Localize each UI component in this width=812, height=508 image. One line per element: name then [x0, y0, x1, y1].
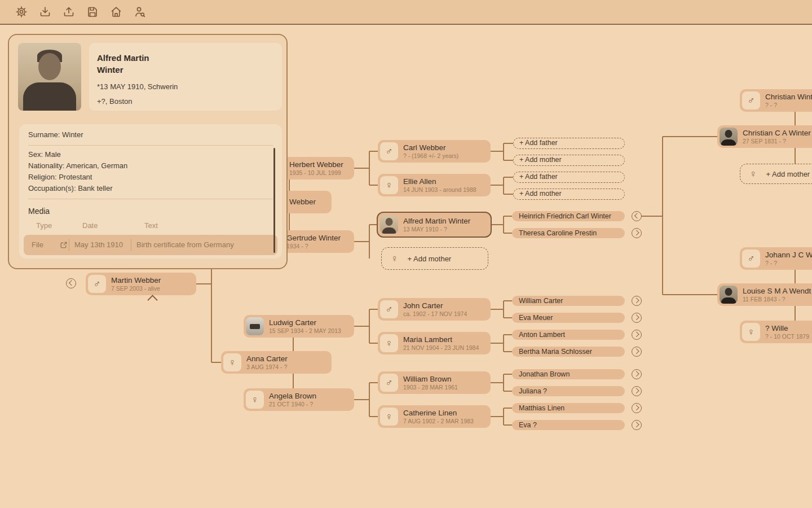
- expand-button[interactable]: [632, 347, 642, 357]
- person-node-johann-wendt[interactable]: ♂ Johann J C Wendt? - ?: [740, 247, 812, 270]
- person-node-wille[interactable]: ♀ ? Wille? - 10 OCT 1879: [740, 321, 812, 343]
- nationality-field: Nationality: American, German: [28, 161, 127, 170]
- ancestor-pill-juliana[interactable]: Juliana ?: [512, 386, 625, 396]
- divider: [28, 199, 273, 199]
- collapse-button[interactable]: [66, 278, 76, 288]
- collapse-button[interactable]: [632, 211, 642, 221]
- add-mother-button[interactable]: ♀ + Add mother: [381, 247, 488, 270]
- person-portrait[interactable]: [18, 43, 81, 111]
- expand-button[interactable]: [632, 386, 642, 396]
- occupation-field: Occupation(s): Bank teller: [28, 184, 113, 192]
- female-icon: ♀: [380, 334, 398, 352]
- media-type: File: [32, 235, 43, 255]
- person-node-maria-lambert[interactable]: ♀ Maria Lambert21 NOV 1904 - 23 JUN 1984: [378, 332, 491, 354]
- ancestor-pill-eva-meuer[interactable]: Eva Meuer: [512, 313, 625, 323]
- person-node-ludwig-carter[interactable]: Ludwig Carter15 SEP 1934 - 2 MAY 2013: [244, 315, 354, 338]
- male-icon: ♂: [742, 91, 760, 110]
- person-node-angela-brown[interactable]: ♀ Angela Brown21 OCT 1940 - ?: [244, 388, 354, 411]
- family-tree-canvas[interactable]: ♂ Martin Webber7 SEP 2003 - alive Webber…: [0, 0, 812, 508]
- female-icon: ♀: [380, 176, 398, 194]
- female-icon: ♀: [223, 353, 241, 371]
- add-mother-button[interactable]: ♀ + Add mother: [740, 164, 812, 184]
- ancestor-pill-matthias-linen[interactable]: Matthias Linen: [512, 403, 625, 413]
- person-photo: [720, 286, 738, 304]
- person-node-catherine-linen[interactable]: ♀ Catherine Linen7 AUG 1902 - 2 MAR 1983: [378, 405, 491, 428]
- female-icon: ♀: [749, 168, 757, 180]
- person-node-martin-webber[interactable]: ♂ Martin Webber7 SEP 2003 - alive: [86, 273, 196, 295]
- female-icon: ♀: [742, 323, 760, 341]
- add-father-button[interactable]: + Add father: [513, 138, 625, 149]
- ancestor-pill-theresa[interactable]: Theresa Caroline Prestin: [512, 228, 625, 238]
- person-node-william-brown[interactable]: ♂ William Brown1903 - 28 MAR 1961: [378, 371, 491, 394]
- male-icon: ♂: [742, 249, 760, 268]
- expand-button[interactable]: [632, 313, 642, 323]
- person-search-icon[interactable]: [128, 2, 152, 22]
- expand-button[interactable]: [632, 420, 642, 430]
- person-node-louise-wendt[interactable]: Louise S M A Wendt11 FEB 1843 - ?: [717, 283, 812, 306]
- male-icon: ♂: [380, 374, 398, 392]
- add-father-button[interactable]: + Add father: [513, 172, 625, 183]
- person-node-christian-ca-winter[interactable]: Christian C A Winter27 SEP 1831 - ?: [717, 125, 812, 148]
- person-node-anna-carter[interactable]: ♀ Anna Carter3 AUG 1974 - ?: [221, 351, 332, 374]
- expand-button[interactable]: [632, 330, 642, 340]
- ancestor-pill-william-carter[interactable]: William Carter: [512, 296, 625, 306]
- religion-field: Religion: Protestant: [28, 173, 92, 181]
- upload-icon[interactable]: [57, 2, 81, 22]
- death-line: +?, Boston: [97, 97, 133, 106]
- media-date: May 13th 1910: [74, 235, 123, 255]
- media-column-date: Date: [82, 221, 98, 230]
- surname-field: Surname: Winter: [28, 130, 83, 139]
- sex-field: Sex: Male: [28, 150, 61, 159]
- media-column-type: Type: [36, 221, 52, 230]
- expand-button[interactable]: [632, 296, 642, 306]
- settings-icon[interactable]: [10, 2, 33, 22]
- ancestor-pill-jonathan-brown[interactable]: Jonathan Brown: [512, 369, 625, 379]
- person-name: Alfred Martin: [97, 52, 149, 64]
- person-node-christian-winter[interactable]: ♂ Christian Winter? - ?: [740, 89, 812, 112]
- ancestor-pill-bertha-schlosser[interactable]: Bertha Maria Schlosser: [512, 347, 625, 357]
- home-icon[interactable]: [104, 2, 128, 22]
- male-icon: ♂: [380, 300, 398, 318]
- person-node-carl-webber[interactable]: ♂ Carl Webber? - (1968 +/- 2 years): [378, 140, 491, 163]
- person-photo: [246, 317, 264, 335]
- person-summary-card: Alfred Martin Winter *13 MAY 1910, Schwe…: [89, 43, 282, 111]
- person-photo: [380, 216, 398, 234]
- add-mother-button[interactable]: + Add mother: [513, 189, 625, 200]
- female-icon: ♀: [246, 391, 264, 409]
- add-mother-button[interactable]: + Add mother: [513, 155, 625, 166]
- expand-button[interactable]: [632, 403, 642, 413]
- ancestor-pill-heinrich[interactable]: Heinrich Friedrich Carl Winter: [512, 211, 625, 221]
- media-section-title: Media: [28, 207, 50, 216]
- person-node-ellie-allen[interactable]: ♀ Ellie Allen14 JUN 1903 - around 1988: [378, 174, 491, 196]
- media-row[interactable]: File May 13th 1910 Birth certificate fro…: [24, 235, 277, 255]
- divider: [69, 239, 69, 251]
- expand-button[interactable]: [632, 228, 642, 238]
- save-icon[interactable]: [81, 2, 104, 22]
- birth-line: *13 MAY 1910, Schwerin: [97, 82, 178, 91]
- external-link-icon[interactable]: [60, 241, 68, 251]
- female-icon: ♀: [380, 408, 398, 426]
- toolbar: [0, 0, 812, 25]
- ancestor-pill-eva[interactable]: Eva ?: [512, 420, 625, 430]
- male-icon: ♂: [380, 142, 398, 160]
- expand-button[interactable]: [632, 369, 642, 379]
- media-text: Birth certificate from Germany: [136, 235, 234, 255]
- ancestor-pill-anton-lambert[interactable]: Anton Lambert: [512, 330, 625, 340]
- male-icon: ♂: [88, 275, 106, 293]
- person-surname: Winter: [97, 64, 123, 76]
- person-node-john-carter[interactable]: ♂ John Carterca. 1902 - 17 NOV 1974: [378, 298, 491, 321]
- scrollbar[interactable]: [273, 148, 275, 253]
- person-photo: [720, 128, 738, 146]
- divider: [28, 145, 273, 146]
- person-detail-panel: Alfred Martin Winter *13 MAY 1910, Schwe…: [8, 34, 288, 269]
- person-details-card: Surname: Winter Sex: Male Nationality: A…: [19, 124, 282, 259]
- female-icon: ♀: [391, 253, 399, 265]
- media-column-text: Text: [144, 221, 158, 230]
- download-icon[interactable]: [33, 2, 57, 22]
- divider: [131, 239, 131, 251]
- person-node-alfred-martin-winter-selected[interactable]: Alfred Martin Winter13 MAY 1910 - ?: [377, 212, 492, 238]
